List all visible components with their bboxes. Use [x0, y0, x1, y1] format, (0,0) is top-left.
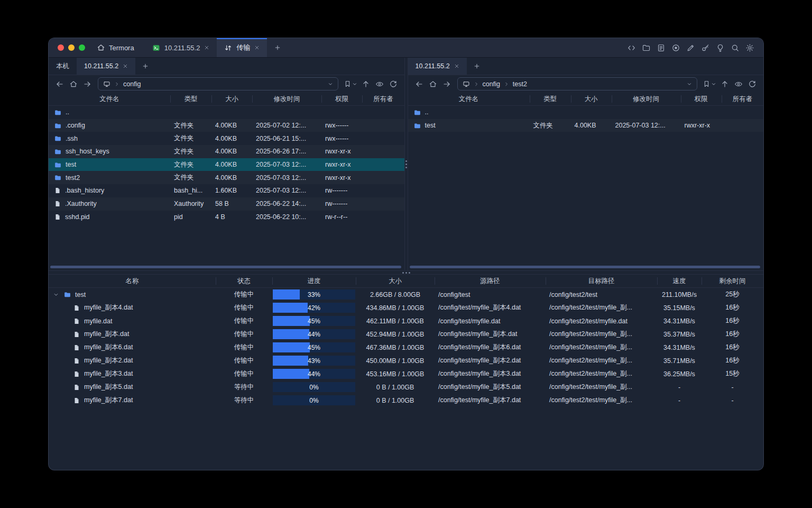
minimize-window-button[interactable]: [68, 44, 75, 51]
path-bar[interactable]: configtest2: [457, 77, 698, 90]
column-header[interactable]: 大小: [211, 93, 252, 105]
add-panel-tab-button[interactable]: [135, 58, 155, 75]
panel-tab-local[interactable]: 本机: [49, 58, 77, 75]
transfer-row[interactable]: myfile.dat 传输中 45% 462.11MB / 1.00GB /co…: [49, 314, 763, 328]
horizontal-scrollbar[interactable]: [410, 266, 761, 268]
file-row[interactable]: test2 文件夹 4.00KB 2025-07-03 12:... rwxr-…: [49, 171, 404, 184]
toggle-hidden-files-button[interactable]: [373, 77, 386, 91]
panel-tab-remote[interactable]: 10.211.55.2: [408, 58, 467, 75]
column-header[interactable]: 大小: [571, 93, 612, 105]
path-segment[interactable]: config: [483, 80, 500, 88]
close-tab-button[interactable]: [254, 45, 260, 50]
column-header[interactable]: 名称: [49, 275, 216, 287]
transfer-row[interactable]: myfile_副本7.dat 等待中 0% 0 B / 1.00GB /conf…: [49, 394, 763, 407]
parent-directory-button[interactable]: [359, 77, 373, 91]
transfer-speed: 34.31MB/s: [657, 318, 702, 325]
gear-button[interactable]: [745, 43, 754, 52]
path-dropdown-button[interactable]: [328, 81, 333, 87]
scrollbar-thumb[interactable]: [50, 266, 401, 268]
column-header[interactable]: 所有者: [362, 93, 404, 105]
back-button[interactable]: [53, 77, 67, 91]
home-button[interactable]: [426, 77, 440, 91]
column-header[interactable]: 修改时间: [252, 93, 321, 105]
vertical-splitter[interactable]: [404, 58, 408, 270]
column-header[interactable]: 大小: [356, 275, 435, 287]
progress-label: 43%: [273, 356, 355, 366]
record-button[interactable]: [671, 43, 680, 52]
file-row[interactable]: ..: [49, 106, 404, 119]
transfer-row[interactable]: test 传输中 33% 2.66GB / 8.00GB /config/tes…: [49, 288, 763, 301]
file-row[interactable]: sshd.pid pid 4 B 2025-06-22 10:... rw-r-…: [49, 211, 404, 224]
file-row[interactable]: test 文件夹 4.00KB 2025-07-03 12:... rwxr-x…: [408, 119, 764, 132]
path-segment[interactable]: config: [123, 80, 141, 88]
target-path: /config/test2/test/myfile_副...: [546, 303, 657, 312]
column-header[interactable]: 文件名: [49, 93, 170, 105]
transfer-row[interactable]: myfile_副本2.dat 传输中 43% 450.00MB / 1.00GB…: [49, 354, 763, 367]
column-header[interactable]: 所有者: [722, 93, 764, 105]
toggle-hidden-files-button[interactable]: [732, 77, 745, 91]
file-name: ..: [425, 108, 429, 116]
column-header[interactable]: 源路径: [435, 275, 546, 287]
panel-tab-remote[interactable]: 10.211.55.2: [77, 58, 135, 75]
back-button[interactable]: [412, 77, 426, 91]
column-header[interactable]: 剩余时间: [702, 275, 763, 287]
column-header[interactable]: 权限: [321, 93, 362, 105]
refresh-button[interactable]: [386, 77, 400, 91]
close-window-button[interactable]: [58, 44, 64, 51]
log-button[interactable]: [657, 43, 666, 52]
close-tab-button[interactable]: [454, 64, 459, 69]
column-header[interactable]: 文件名: [408, 93, 530, 105]
search-button[interactable]: [731, 43, 740, 52]
transfer-row[interactable]: myfile_副本5.dat 等待中 0% 0 B / 1.00GB /conf…: [49, 380, 763, 394]
forward-button[interactable]: [80, 77, 94, 91]
edit-button[interactable]: [686, 43, 695, 52]
titlebar-tab-session[interactable]: 10.211.55.2: [145, 38, 217, 57]
code-button[interactable]: [627, 43, 636, 52]
bulb-button[interactable]: [716, 43, 725, 52]
horizontal-splitter[interactable]: [49, 270, 763, 275]
column-header[interactable]: 修改时间: [612, 93, 681, 105]
home-button[interactable]: [67, 77, 80, 91]
add-panel-tab-button[interactable]: [467, 58, 487, 75]
file-row[interactable]: ..: [408, 106, 764, 119]
close-tab-button[interactable]: [204, 45, 209, 50]
path-segment[interactable]: test2: [513, 80, 527, 88]
tree-toggle[interactable]: [52, 292, 60, 298]
tab-label: 10.211.55.2: [84, 62, 118, 70]
scrollbar-thumb[interactable]: [410, 266, 761, 268]
path-dropdown-button[interactable]: [687, 81, 692, 87]
column-header[interactable]: 类型: [170, 93, 211, 105]
refresh-button[interactable]: [745, 77, 759, 91]
file-row[interactable]: .ssh 文件夹 4.00KB 2025-06-21 15:... rwx---…: [49, 132, 404, 145]
transfer-row[interactable]: myfile_副本4.dat 传输中 42% 434.86MB / 1.00GB…: [49, 301, 763, 314]
bookmark-button[interactable]: [342, 77, 359, 91]
key-button[interactable]: [701, 43, 710, 52]
column-header[interactable]: 状态: [216, 275, 272, 287]
new-tab-button[interactable]: [267, 38, 288, 57]
transfer-row[interactable]: myfile_副本6.dat 传输中 45% 467.36MB / 1.00GB…: [49, 341, 763, 354]
file-row[interactable]: .config 文件夹 4.00KB 2025-07-02 12:... rwx…: [49, 119, 404, 132]
column-header[interactable]: 权限: [681, 93, 722, 105]
file-row[interactable]: .Xauthority Xauthority 58 B 2025-06-22 1…: [49, 197, 404, 211]
column-header[interactable]: 目标路径: [546, 275, 657, 287]
zoom-window-button[interactable]: [79, 44, 85, 51]
transfer-row[interactable]: myfile_副本.dat 传输中 44% 452.94MB / 1.00GB …: [49, 328, 763, 341]
titlebar-tab-transfer[interactable]: 传输: [217, 38, 267, 57]
app-home-button[interactable]: Termora: [93, 38, 145, 57]
horizontal-scrollbar[interactable]: [50, 266, 401, 268]
file-row[interactable]: ssh_host_keys 文件夹 4.00KB 2025-06-26 17:.…: [49, 145, 404, 158]
file-row[interactable]: .bash_history bash_hi... 1.60KB 2025-07-…: [49, 184, 404, 197]
parent-directory-button[interactable]: [718, 77, 732, 91]
key-icon: [701, 43, 710, 52]
column-header[interactable]: 速度: [657, 275, 702, 287]
forward-button[interactable]: [440, 77, 454, 91]
column-header[interactable]: 类型: [530, 93, 571, 105]
transfer-name: myfile_副本6.dat: [84, 343, 133, 352]
close-tab-button[interactable]: [123, 64, 128, 69]
path-bar[interactable]: config: [98, 77, 338, 90]
column-header[interactable]: 进度: [272, 275, 356, 287]
file-row[interactable]: test 文件夹 4.00KB 2025-07-03 12:... rwxr-x…: [49, 158, 404, 171]
bookmark-button[interactable]: [701, 77, 718, 91]
transfer-row[interactable]: myfile_副本3.dat 传输中 44% 453.16MB / 1.00GB…: [49, 367, 763, 380]
folder-button[interactable]: [642, 43, 651, 52]
